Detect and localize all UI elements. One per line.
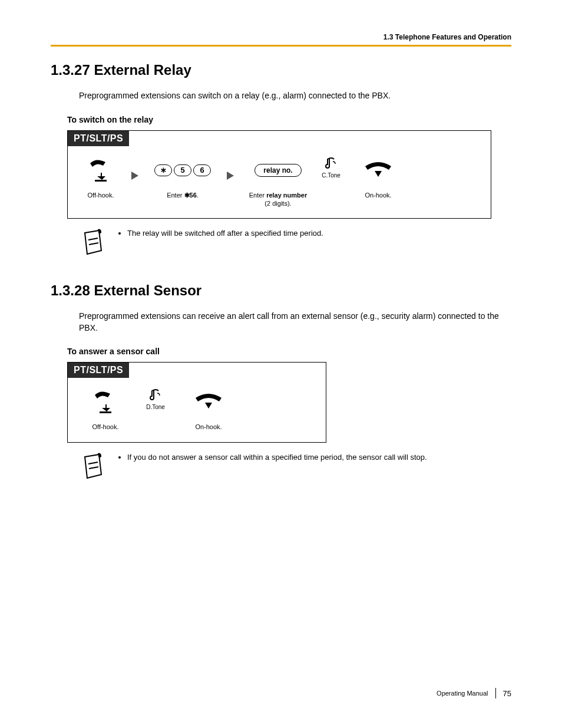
relay-procedure-box: PT/SLT/PS Off-hook. ∗ 5 6 Enter ✱56. — [67, 130, 491, 219]
key-5: 5 — [174, 164, 191, 176]
offhook-icon — [92, 390, 118, 414]
key-star: ∗ — [154, 164, 172, 176]
onhook-icon — [363, 160, 394, 180]
onhook-icon — [193, 392, 224, 412]
header-rule — [51, 45, 511, 47]
arrow-icon — [227, 172, 234, 182]
step-onhook: On-hook. — [176, 390, 241, 431]
relay-subhead: To switch on the relay — [67, 115, 511, 124]
step-offhook: Off-hook. — [76, 158, 125, 199]
relay-note: The relay will be switched off after a s… — [80, 228, 511, 259]
section-title-sensor: 1.3.28 External Sensor — [51, 282, 511, 299]
tone-icon — [148, 387, 163, 403]
key-6: 6 — [193, 164, 211, 176]
note-icon — [80, 452, 106, 480]
sensor-note-text: If you do not answer a sensor call withi… — [127, 452, 427, 463]
step-onhook: On-hook. — [352, 158, 405, 199]
relay-no-field: relay no. — [254, 164, 301, 177]
running-header: 1.3 Telephone Features and Operation — [51, 33, 511, 41]
note-icon — [80, 228, 106, 256]
tone-icon — [323, 156, 339, 171]
step-relay-no: relay no. Enter relay number(2 digits). — [240, 158, 316, 208]
sensor-subhead: To answer a sensor call — [67, 347, 511, 356]
step-offhook: Off-hook. — [76, 390, 135, 431]
svg-rect-3 — [100, 411, 111, 413]
svg-rect-0 — [95, 180, 107, 182]
footer-divider — [495, 688, 496, 699]
terminal-tag: PT/SLT/PS — [68, 131, 129, 146]
sensor-procedure-box: PT/SLT/PS Off-hook. D.Tone — [67, 362, 326, 442]
footer-label: Operating Manual — [437, 690, 488, 697]
sensor-note: If you do not answer a sensor call withi… — [80, 452, 511, 483]
section-title-relay: 1.3.27 External Relay — [51, 62, 511, 78]
step-dtone: D.Tone — [135, 387, 176, 410]
page-footer: Operating Manual 75 — [437, 688, 511, 699]
relay-note-text: The relay will be switched off after a s… — [127, 228, 323, 239]
step-dial-56: ∗ 5 6 Enter ✱56. — [144, 158, 221, 199]
arrow-icon — [131, 172, 138, 182]
step-ctone: C.Tone — [316, 156, 346, 179]
page-number: 75 — [503, 689, 511, 698]
offhook-icon — [88, 159, 114, 182]
sensor-intro: Preprogrammed extensions can receive an … — [79, 311, 511, 334]
terminal-tag: PT/SLT/PS — [68, 363, 129, 378]
relay-intro: Preprogrammed extensions can switch on a… — [79, 90, 511, 102]
